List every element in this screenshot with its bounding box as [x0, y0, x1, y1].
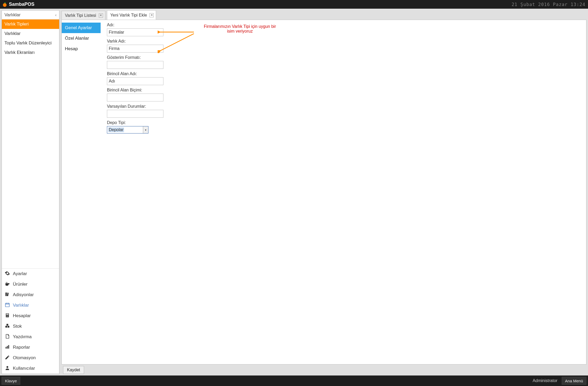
svg-rect-18	[8, 326, 9, 328]
close-icon[interactable]: ✕	[149, 13, 154, 17]
brand-text: SambaPOS	[9, 2, 34, 7]
svg-point-1	[4, 2, 6, 3]
sidebar-bottom-item-4[interactable]: Hesaplar	[2, 311, 59, 321]
svg-rect-21	[7, 346, 8, 348]
books-icon	[4, 292, 10, 298]
adi-label: Adı:	[107, 23, 163, 27]
subtab-2[interactable]: Hesap	[62, 44, 101, 54]
svg-line-25	[160, 34, 194, 51]
sidebar-bottom-item-label: Adisyonlar	[13, 292, 34, 297]
varsayilan-label: Varsayılan Durumlar:	[107, 104, 163, 109]
klavye-button[interactable]: Klavye	[2, 377, 20, 385]
sidebar-bottom-item-label: Kullanıcılar	[13, 366, 35, 371]
bars-icon	[4, 344, 10, 351]
datetime: 21 Şubat 2016 Pazar 13:24	[512, 2, 585, 7]
depo-label: Depo Tipi:	[107, 120, 163, 125]
svg-rect-2	[6, 292, 6, 296]
form-area: Adı: Varlık Adı: Gösterim Formatı: Birin…	[101, 23, 583, 362]
subtab-1[interactable]: Özel Alanlar	[62, 33, 101, 44]
birincil-adi-label: Birincil Alan Adı:	[107, 71, 163, 76]
sidebar-bottom-item-9[interactable]: Kullanıcılar	[2, 363, 59, 374]
save-row: Kaydet	[61, 364, 586, 374]
svg-point-13	[8, 315, 8, 316]
pencil-icon	[4, 355, 10, 361]
close-icon[interactable]: ✕	[99, 13, 103, 18]
svg-point-0	[3, 3, 7, 7]
sidebar-bottom-item-label: Hesaplar	[13, 313, 31, 318]
sidebar-bottom-item-1[interactable]: Ürünler	[2, 279, 59, 290]
varlik-adi-label: Varlık Adı:	[107, 39, 163, 44]
svg-rect-5	[6, 303, 9, 307]
tab-label: Yeni Varlık Tipi Ekle	[110, 13, 147, 18]
sidebar-bottom-item-0[interactable]: Ayarlar	[2, 269, 59, 279]
annotation-text: Firmalarımızın Varlık Tipi için uygun bi…	[193, 24, 287, 34]
subtab-0[interactable]: Genel Ayarlar	[62, 23, 101, 33]
varsayilan-input[interactable]	[107, 110, 163, 118]
brand: SambaPOS	[2, 2, 34, 7]
tabs-row: Varlık Tipi Listesi✕Yeni Varlık Tipi Ekl…	[61, 10, 586, 20]
sidebar-bottom-item-label: Otomasyon	[13, 355, 36, 361]
sidebar-item-2[interactable]: Toplu Varlık Düzenleyici	[2, 38, 59, 48]
content-panel: Genel AyarlarÖzel AlanlarHesap Adı: Varl…	[61, 20, 586, 364]
sidebar-bottom-item-8[interactable]: Otomasyon	[2, 353, 59, 363]
workspace: Varlıklar ‹ Varlık TipleriVarlıklarToplu…	[0, 9, 588, 375]
sidebar: Varlıklar ‹ Varlık TipleriVarlıklarToplu…	[2, 10, 59, 374]
chevron-down-icon[interactable]: ▾	[143, 126, 148, 133]
tab-0[interactable]: Varlık Tipi Listesi✕	[61, 11, 105, 20]
bottom-bar: Klavye Administrator Ana Menü	[0, 375, 588, 386]
sidebar-bottom-list: AyarlarÜrünlerAdisyonlarVarlıklarHesapla…	[2, 268, 59, 374]
calculator-icon	[4, 313, 10, 319]
depo-combo-text: Depolar	[108, 127, 124, 132]
sidebar-bottom-item-3[interactable]: Varlıklar	[2, 300, 59, 311]
svg-rect-4	[7, 292, 9, 296]
sidebar-bottom-item-6[interactable]: Yazdırma	[2, 332, 59, 342]
sidebar-item-3[interactable]: Varlık Ekranları	[2, 48, 59, 57]
birincil-bicimi-input[interactable]	[107, 94, 163, 101]
save-button[interactable]: Kaydet	[63, 366, 84, 374]
document-icon	[4, 334, 10, 340]
sidebar-header-title: Varlıklar	[4, 12, 20, 18]
stock-icon	[4, 323, 10, 330]
user-label: Administrator	[533, 378, 557, 383]
adi-input[interactable]	[107, 28, 163, 36]
sidebar-bottom-item-5[interactable]: Stok	[2, 321, 59, 332]
collapse-icon[interactable]: ‹	[55, 13, 56, 17]
calendar-icon	[4, 302, 10, 309]
tab-label: Varlık Tipi Listesi	[65, 13, 96, 18]
svg-point-14	[7, 316, 7, 317]
depo-combo[interactable]: Depolar ▾	[107, 126, 148, 133]
birincil-adi-input[interactable]	[107, 77, 163, 85]
sidebar-item-0[interactable]: Varlık Tipleri	[2, 19, 59, 29]
svg-point-15	[7, 316, 8, 317]
sidebar-item-1[interactable]: Varlıklar	[2, 29, 59, 38]
svg-point-11	[7, 315, 7, 316]
svg-rect-22	[8, 345, 9, 348]
sidebar-bottom-item-7[interactable]: Raporlar	[2, 342, 59, 353]
svg-point-12	[7, 315, 8, 316]
tab-1[interactable]: Yeni Varlık Tipi Ekle✕	[107, 10, 156, 20]
gosterim-input[interactable]	[107, 61, 163, 69]
sidebar-bottom-item-label: Stok	[13, 324, 22, 329]
subtabs: Genel AyarlarÖzel AlanlarHesap	[62, 23, 101, 362]
brand-icon	[2, 2, 7, 7]
svg-rect-3	[7, 292, 7, 296]
varlik-adi-input[interactable]	[107, 45, 163, 53]
svg-rect-19	[7, 324, 8, 326]
sidebar-header[interactable]: Varlıklar ‹	[2, 11, 59, 19]
sidebar-bottom-item-label: Ürünler	[13, 282, 28, 287]
svg-rect-17	[6, 326, 7, 328]
main: Varlık Tipi Listesi✕Yeni Varlık Tipi Ekl…	[61, 10, 586, 374]
svg-point-23	[7, 366, 8, 368]
svg-point-16	[8, 316, 8, 317]
top-bar: SambaPOS 21 Şubat 2016 Pazar 13:24	[0, 0, 588, 9]
svg-rect-10	[6, 314, 8, 315]
sidebar-bottom-item-label: Ayarlar	[13, 271, 27, 276]
sidebar-bottom-item-label: Raporlar	[13, 345, 30, 350]
sidebar-bottom-item-2[interactable]: Adisyonlar	[2, 290, 59, 300]
ana-menu-button[interactable]: Ana Menü	[562, 377, 586, 385]
gear-icon	[4, 271, 10, 277]
birincil-bicimi-label: Birincil Alan Biçimi:	[107, 88, 163, 92]
sidebar-bottom-item-label: Yazdırma	[13, 334, 32, 339]
gosterim-label: Gösterim Formatı:	[107, 55, 163, 60]
svg-rect-20	[6, 347, 6, 349]
